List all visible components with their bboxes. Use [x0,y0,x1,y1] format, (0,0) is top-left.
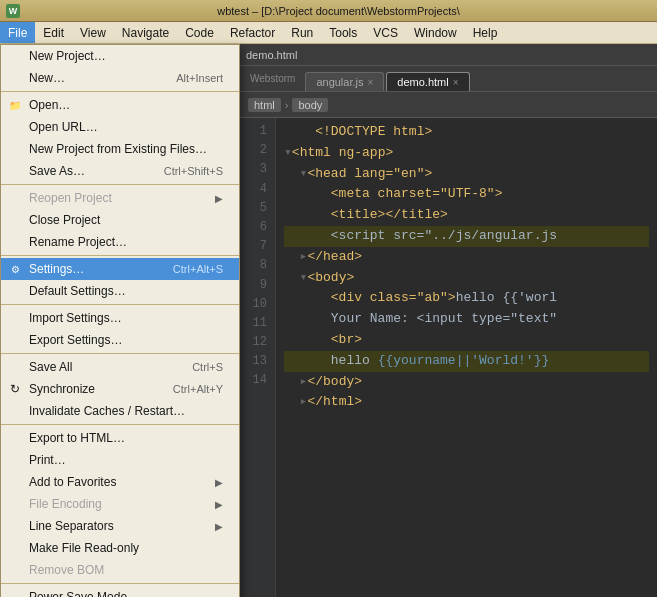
menu-item-label: Export Settings… [29,333,122,347]
submenu-arrow-icon: ▶ [215,477,223,488]
menu-item-new-project-[interactable]: New Project… [1,45,239,67]
menu-item-label: Save As… [29,164,85,178]
menu-separator [1,353,239,354]
code-line: <meta charset="UTF-8"> [284,184,649,205]
menu-item-label: New… [29,71,65,85]
menu-item-remove-bom: Remove BOM [1,559,239,581]
menu-item-file-encoding: File Encoding▶ [1,493,239,515]
menu-item-line-separators[interactable]: Line Separators▶ [1,515,239,537]
line-number: 11 [248,314,267,333]
menu-item-settings-[interactable]: ⚙Settings…Ctrl+Alt+S [1,258,239,280]
menu-item-label: New Project… [29,49,106,63]
menu-item-make-file-read-only[interactable]: Make File Read-only [1,537,239,559]
code-line: ▸</head> [284,247,649,268]
line-number: 10 [248,295,267,314]
code-line: hello {{yourname||'World!'}} [284,351,649,372]
tab-close-icon[interactable]: × [367,77,373,88]
menu-item-open-[interactable]: 📁Open… [1,94,239,116]
menu-item-label: New Project from Existing Files… [29,142,207,156]
menu-item-print-[interactable]: Print… [1,449,239,471]
menu-item-save-all[interactable]: Save AllCtrl+S [1,356,239,378]
code-line: ▾<html ng-app> [284,143,649,164]
menu-item-code[interactable]: Code [177,22,222,43]
breadcrumb-tag[interactable]: body [292,98,328,112]
menu-item-view[interactable]: View [72,22,114,43]
breadcrumb-separator: › [285,99,289,111]
menu-item-label: Open… [29,98,70,112]
menu-shortcut: Alt+Insert [176,72,223,84]
line-number: 12 [248,333,267,352]
code-line: ▸</body> [284,372,649,393]
folder-icon: 📁 [7,97,23,113]
menu-item-window[interactable]: Window [406,22,465,43]
menu-item-label: Open URL… [29,120,98,134]
menu-item-import-settings-[interactable]: Import Settings… [1,307,239,329]
menu-item-vcs[interactable]: VCS [365,22,406,43]
menu-item-run[interactable]: Run [283,22,321,43]
code-content[interactable]: <!DOCTYPE html>▾<html ng-app> ▾<head lan… [276,118,657,597]
menu-item-navigate[interactable]: Navigate [114,22,177,43]
menu-item-new-[interactable]: New…Alt+Insert [1,67,239,89]
menu-shortcut: Ctrl+S [192,361,223,373]
submenu-arrow-icon: ▶ [215,193,223,204]
menu-separator [1,424,239,425]
line-number: 1 [248,122,267,141]
menu-separator [1,184,239,185]
menu-item-label: Export to HTML… [29,431,125,445]
menu-item-label: File Encoding [29,497,102,511]
menu-item-file[interactable]: File [0,22,35,43]
menu-item-invalidate-caches-restart-[interactable]: Invalidate Caches / Restart… [1,400,239,422]
line-number: 2 [248,141,267,160]
submenu-arrow-icon: ▶ [215,521,223,532]
editor-tab-demo.html[interactable]: demo.html× [386,72,469,91]
menu-item-export-settings-[interactable]: Export Settings… [1,329,239,351]
title-bar-text: wbtest – [D:\Project document\WebstormPr… [26,5,651,17]
editor-tab-angular.js[interactable]: angular.js× [305,72,384,91]
menu-item-label: Synchronize [29,382,95,396]
menu-separator [1,91,239,92]
menu-item-close-project[interactable]: Close Project [1,209,239,231]
tab-close-icon[interactable]: × [453,77,459,88]
menu-item-reopen-project: Reopen Project▶ [1,187,239,209]
line-number: 7 [248,237,267,256]
code-line: <br> [284,330,649,351]
breadcrumb-text: demo.html [246,49,297,61]
menu-item-export-to-html-[interactable]: Export to HTML… [1,427,239,449]
code-editor: 1234567891011121314 <!DOCTYPE html>▾<htm… [240,118,657,597]
menu-separator [1,304,239,305]
menu-item-tools[interactable]: Tools [321,22,365,43]
menu-item-label: Add to Favorites [29,475,116,489]
menu-item-label: Import Settings… [29,311,122,325]
line-number: 3 [248,160,267,179]
menu-item-label: Settings… [29,262,84,276]
menu-shortcut: Ctrl+Alt+S [173,263,223,275]
breadcrumb-tag[interactable]: html [248,98,281,112]
menu-item-open-url-[interactable]: Open URL… [1,116,239,138]
code-line: <script src="../js/angular.js [284,226,649,247]
line-number: 8 [248,256,267,275]
menu-item-label: Remove BOM [29,563,104,577]
menu-item-default-settings-[interactable]: Default Settings… [1,280,239,302]
menu-item-label: Reopen Project [29,191,112,205]
code-line: <div class="ab">hello {{'worl [284,288,649,309]
menu-item-save-as-[interactable]: Save As…Ctrl+Shift+S [1,160,239,182]
code-line: ▾<body> [284,268,649,289]
menu-item-help[interactable]: Help [465,22,506,43]
tab-label: demo.html [397,76,448,88]
menu-item-power-save-mode[interactable]: Power Save Mode [1,586,239,597]
line-number: 4 [248,180,267,199]
title-bar: W wbtest – [D:\Project document\Webstorm… [0,0,657,22]
menu-item-label: Power Save Mode [29,590,127,597]
line-number: 5 [248,199,267,218]
tab-label: angular.js [316,76,363,88]
menu-item-edit[interactable]: Edit [35,22,72,43]
line-number: 9 [248,276,267,295]
menu-item-add-to-favorites[interactable]: Add to Favorites▶ [1,471,239,493]
submenu-arrow-icon: ▶ [215,499,223,510]
menu-item-refactor[interactable]: Refactor [222,22,283,43]
menu-item-synchronize[interactable]: ↻SynchronizeCtrl+Alt+Y [1,378,239,400]
menu-item-rename-project-[interactable]: Rename Project… [1,231,239,253]
menu-item-new-project-from-existing-files-[interactable]: New Project from Existing Files… [1,138,239,160]
gear-icon: ⚙ [7,261,23,277]
menu-separator [1,583,239,584]
